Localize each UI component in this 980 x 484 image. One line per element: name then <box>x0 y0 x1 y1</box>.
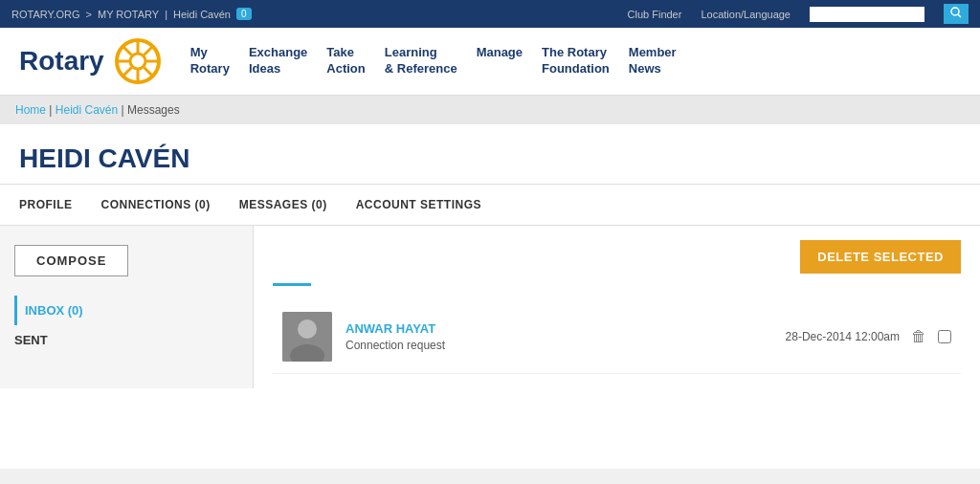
club-finder-link[interactable]: Club Finder <box>628 9 682 20</box>
avatar <box>282 312 332 362</box>
message-content: ANWAR HAYAT Connection request <box>345 321 772 352</box>
tab-messages[interactable]: MESSAGES (0) <box>239 198 327 211</box>
sidebar-item-inbox[interactable]: INBOX (0) <box>14 296 238 325</box>
svg-point-13 <box>298 319 317 339</box>
user-header: HEIDI CAVÉN <box>0 124 980 185</box>
breadcrumb-home[interactable]: Home <box>15 103 46 117</box>
svg-line-8 <box>122 46 131 55</box>
top-bar-left: ROTARY.ORG > MY ROTARY | Heidi Cavén 0 <box>11 8 252 20</box>
delete-selected-button[interactable]: DELETE SELECTED <box>800 240 961 274</box>
table-row: ANWAR HAYAT Connection request 28-Dec-20… <box>273 300 961 374</box>
top-bar: ROTARY.ORG > MY ROTARY | Heidi Cavén 0 C… <box>0 0 980 28</box>
nav-item-rotary-foundation[interactable]: The RotaryFoundation <box>542 45 610 77</box>
profile-tabs: PROFILE CONNECTIONS (0) MESSAGES (0) ACC… <box>0 185 980 226</box>
search-button[interactable] <box>944 4 969 24</box>
sidebar: COMPOSE INBOX (0) SENT <box>0 226 254 388</box>
nav-item-learning-reference[interactable]: Learning& Reference <box>385 45 457 77</box>
delete-message-icon[interactable]: 🗑 <box>911 328 926 345</box>
svg-line-10 <box>144 46 153 55</box>
logo[interactable]: Rotary <box>19 37 162 85</box>
search-input[interactable] <box>810 7 924 22</box>
avatar-image <box>282 312 332 362</box>
svg-line-9 <box>144 68 153 77</box>
content-area: COMPOSE INBOX (0) SENT DELETE SELECTED <box>0 226 980 388</box>
sidebar-nav: INBOX (0) SENT <box>14 296 238 355</box>
nav-item-exchange-ideas[interactable]: ExchangeIdeas <box>249 45 307 77</box>
svg-line-11 <box>122 68 131 77</box>
pipe-separator: | <box>165 9 167 20</box>
rotary-org-link[interactable]: ROTARY.ORG <box>11 9 80 20</box>
my-rotary-link[interactable]: MY ROTARY <box>98 9 159 20</box>
message-area-header: DELETE SELECTED <box>273 240 961 274</box>
nav-item-my-rotary[interactable]: MyRotary <box>190 45 230 77</box>
message-date: 28-Dec-2014 12:00am <box>786 330 900 343</box>
user-link[interactable]: Heidi Cavén <box>173 9 231 20</box>
svg-point-3 <box>130 54 145 69</box>
sidebar-item-sent[interactable]: SENT <box>14 325 238 355</box>
search-icon <box>950 7 962 18</box>
nav-item-take-action[interactable]: TakeAction <box>326 45 365 77</box>
svg-point-0 <box>951 8 959 15</box>
breadcrumb-separator: > <box>86 9 92 20</box>
message-sender[interactable]: ANWAR HAYAT <box>345 321 772 336</box>
logo-text: Rotary <box>19 46 104 77</box>
top-bar-right: Club Finder Location/Language <box>628 4 969 24</box>
location-language-link[interactable]: Location/Language <box>701 9 791 20</box>
nav-item-member-news[interactable]: MemberNews <box>629 45 677 77</box>
main-content: HEIDI CAVÉN PROFILE CONNECTIONS (0) MESS… <box>0 124 980 469</box>
tab-profile[interactable]: PROFILE <box>19 198 73 211</box>
nav-item-manage[interactable]: Manage <box>477 45 523 77</box>
breadcrumb-current: Messages <box>127 103 180 117</box>
svg-line-1 <box>958 14 961 17</box>
header: Rotary MyRotary ExchangeIdeas TakeAction… <box>0 28 980 96</box>
notification-badge[interactable]: 0 <box>236 8 252 20</box>
user-display-name: HEIDI CAVÉN <box>19 143 961 174</box>
tab-account-settings[interactable]: ACCOUNT SETTINGS <box>356 198 481 211</box>
tab-indicator <box>273 283 311 286</box>
main-nav: MyRotary ExchangeIdeas TakeAction Learni… <box>190 45 677 77</box>
breadcrumb: Home | Heidi Cavén | Messages <box>0 96 980 124</box>
message-meta: 28-Dec-2014 12:00am 🗑 <box>786 328 951 345</box>
message-subject: Connection request <box>345 339 772 352</box>
message-select-checkbox[interactable] <box>938 330 951 343</box>
tab-connections[interactable]: CONNECTIONS (0) <box>101 198 211 211</box>
breadcrumb-user[interactable]: Heidi Cavén <box>56 103 118 117</box>
logo-wheel-icon <box>114 37 162 85</box>
message-area: DELETE SELECTED ANWAR HAYAT Connection r… <box>254 226 980 388</box>
compose-button[interactable]: COMPOSE <box>14 245 128 276</box>
